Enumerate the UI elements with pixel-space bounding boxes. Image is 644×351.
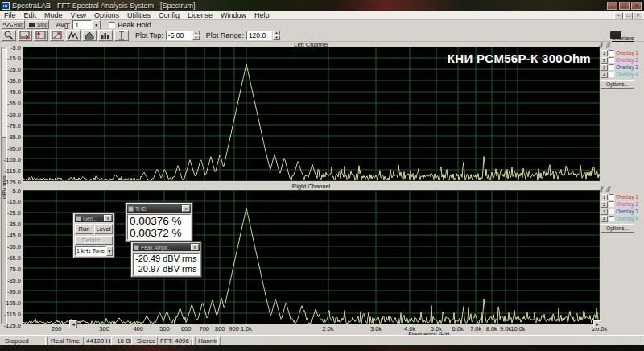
title-bar[interactable]: SpectraLAB - FFT Spectral Analysis Syste… [0, 0, 644, 11]
overlay-4-set-button[interactable]: 4 [601, 216, 608, 222]
stop-button[interactable]: Stop [27, 20, 49, 29]
peak-window-title: Peak Ampli... [141, 245, 171, 250]
overlay-row: 1Overlay 1 [601, 49, 644, 56]
overlay-3-set-button[interactable]: 3 [601, 64, 608, 71]
generator-signal-select[interactable]: 1 kHz Tone ▼ [75, 246, 113, 256]
menu-item-view[interactable]: View [67, 11, 90, 20]
overlay-col-header: Sto [605, 41, 611, 49]
menu-item-edit[interactable]: Edit [20, 11, 41, 20]
mdi-restore-icon[interactable]: □ [624, 12, 633, 19]
left-channel-plot[interactable] [23, 47, 600, 181]
left-y-tick: -35.0 [0, 77, 21, 85]
generator-window: Gen... x Run Level Details... 1 kHz Tone… [72, 212, 115, 258]
plot-range-input[interactable]: 120.0 [246, 31, 272, 40]
run-button[interactable]: Run [2, 20, 25, 29]
overlay-options-button[interactable]: Options... [601, 80, 634, 89]
overlay-4-checkbox[interactable] [609, 216, 614, 221]
plot-toolbar: Plot Top: -5.00 ▲▼ Plot Range: 120.0 ▲▼ [0, 29, 644, 42]
overlay-2-checkbox[interactable] [609, 201, 614, 207]
overlay-1-set-button[interactable]: 1 [601, 50, 608, 56]
home-button[interactable] [82, 30, 97, 41]
thd-window-titlebar[interactable]: THD x [127, 204, 191, 213]
thd-left-value: 0.00376 % [128, 215, 190, 227]
close-icon[interactable]: x [631, 2, 642, 10]
overlay-row: 1Overlay 1 [601, 193, 644, 200]
cursor-icon [116, 30, 127, 41]
home-icon [84, 30, 95, 41]
frequency-axis-button[interactable] [50, 30, 64, 41]
mdi-close-icon[interactable]: × [634, 12, 642, 19]
zoom-button[interactable] [2, 30, 16, 41]
generator-window-titlebar[interactable]: Gen... x [75, 214, 113, 222]
overlay-3-checkbox[interactable] [609, 64, 614, 70]
status-field-1: Real Time [47, 337, 81, 345]
left-y-tick: -85.0 [0, 134, 21, 141]
overlay-4-checkbox[interactable] [609, 72, 614, 77]
transport-toolbar: Run Stop Avg: 1 ▼ Peak Hold [0, 20, 644, 29]
generator-run-button[interactable]: Run [75, 224, 93, 234]
status-field-6: Hanning [195, 337, 218, 345]
menu-item-file[interactable]: File [0, 11, 20, 20]
menu-item-utilities[interactable]: Utilities [123, 11, 155, 20]
peak-amplitude-window: Peak Ampli... x -20.49 dBV rms -20.97 dB… [130, 241, 202, 278]
peak-marker-button[interactable] [66, 30, 80, 41]
overlay-2-set-button[interactable]: 2 [601, 201, 608, 208]
minimize-icon[interactable]: – [607, 2, 617, 10]
overlay-3-set-button[interactable]: 3 [601, 209, 608, 215]
overlay-2-label: Overlay 2 [616, 57, 638, 63]
chevron-down-icon[interactable]: ▼ [106, 246, 113, 256]
bar-display-button[interactable] [98, 30, 113, 41]
generator-close-icon[interactable]: x [104, 215, 112, 221]
status-field-3: 16 Bit [114, 337, 132, 345]
plot-range-label: Plot Range: [206, 31, 244, 39]
cursor-button[interactable] [114, 30, 129, 41]
right-y-tick: -15.0 [0, 198, 21, 205]
status-field-2: 44100 Hz [83, 337, 112, 345]
overlay-options-button[interactable]: Options... [601, 224, 634, 233]
time-axis-button[interactable] [18, 30, 32, 41]
generator-window-title: Gen... [83, 216, 97, 221]
avg-select[interactable]: 1 ▼ [72, 20, 101, 30]
overlay-1-checkbox[interactable] [609, 50, 614, 56]
peak-hold-checkbox[interactable] [109, 22, 115, 28]
mdi-minimize-icon[interactable]: – [614, 12, 623, 19]
plot-top-input[interactable]: -5.00 [166, 31, 192, 40]
menu-item-license[interactable]: License [184, 11, 217, 20]
overlay-row: 3Overlay 3 [601, 64, 644, 71]
menu-item-options[interactable]: Options [90, 11, 123, 20]
overlay-col-header: Set [597, 185, 604, 193]
overlay-3-label: Overlay 3 [616, 209, 638, 214]
peak-window-titlebar[interactable]: Peak Ampli... x [133, 243, 200, 251]
thd-window-title: THD [135, 206, 146, 212]
overlay-2-set-button[interactable]: 2 [601, 57, 608, 64]
amplitude-axis-button[interactable] [34, 30, 48, 41]
x-tick: 1.0k [234, 325, 258, 332]
peak-close-icon[interactable]: x [191, 244, 199, 250]
menu-item-mode[interactable]: Mode [40, 11, 67, 20]
scroll-left-icon[interactable]: ◄ [69, 320, 77, 328]
desktop-strip [0, 345, 644, 351]
overlay-3-checkbox[interactable] [609, 209, 614, 214]
overlay-1-checkbox[interactable] [609, 194, 614, 200]
plot-range-spinner[interactable]: ▲▼ [273, 31, 280, 40]
generator-level-button[interactable]: Level [94, 224, 113, 234]
generator-details-button[interactable]: Details... [75, 236, 113, 245]
menu-item-config[interactable]: Config [155, 11, 184, 20]
left-y-tick: -115.0 [0, 167, 21, 175]
chevron-down-icon[interactable]: ▼ [92, 20, 101, 30]
overlay-row: 3Overlay 3 [601, 208, 644, 215]
overlay-2-checkbox[interactable] [609, 57, 614, 63]
plot-top-spinner[interactable]: ▲▼ [192, 31, 200, 40]
right-y-tick: -55.0 [0, 243, 21, 250]
overlay-4-set-button[interactable]: 4 [601, 72, 608, 78]
menu-item-help[interactable]: Help [250, 11, 274, 20]
overlay-1-set-button[interactable]: 1 [601, 194, 608, 200]
thd-close-icon[interactable]: x [182, 205, 190, 212]
menu-item-window[interactable]: Window [217, 11, 250, 20]
x-tick: 500 [152, 325, 176, 332]
scroll-right-icon[interactable]: ► [593, 320, 601, 328]
maximize-icon[interactable]: □ [619, 2, 630, 10]
left-y-tick: -105.0 [0, 156, 21, 163]
left-y-tick: -5.0 [0, 44, 21, 52]
overlay-row: 2Overlay 2 [601, 200, 644, 208]
